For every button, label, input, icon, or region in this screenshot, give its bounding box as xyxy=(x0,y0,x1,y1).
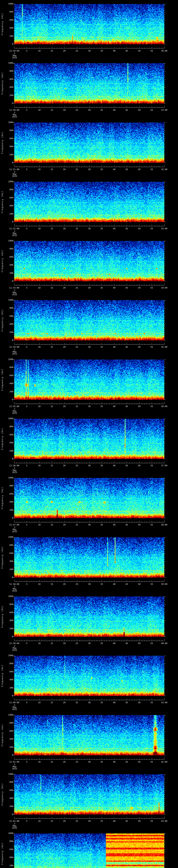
y-tick-label: 800 xyxy=(7,722,13,724)
y-tick-label: 200 xyxy=(7,805,13,808)
y-tick-label: 400 xyxy=(7,797,13,799)
spectrogram-panel: Frequency (Hz)0200400600800100012:35:005… xyxy=(0,355,178,415)
x-tick-label: 20 xyxy=(57,405,71,408)
y-tick-label: 800 xyxy=(7,840,13,842)
x-tick-label: 10 xyxy=(32,702,46,704)
y-tick-label: 800 xyxy=(7,485,13,487)
y-tick-label: 1000 xyxy=(7,181,13,183)
x-end-time-label: 38:00 xyxy=(157,524,171,526)
x-tick-label: 10 xyxy=(32,346,46,348)
x-tick-label: 40 xyxy=(107,820,121,823)
x-end-time-label: 43:00 xyxy=(157,820,171,823)
x-tick-label: 40 xyxy=(107,702,121,704)
y-tick-label: 600 xyxy=(7,256,13,258)
x-end-time-label: 34:00 xyxy=(157,287,171,289)
x-tick-label: 25 xyxy=(70,287,84,289)
y-axis-title: Frequency (Hz) xyxy=(1,182,4,222)
y-axis-title: Frequency (Hz) xyxy=(1,774,4,814)
x-tick-label: 5 xyxy=(20,405,34,408)
x-tick-label: 15 xyxy=(45,405,59,408)
x-tick-label: 35 xyxy=(95,642,109,645)
x-tick-label: 25 xyxy=(70,820,84,823)
y-tick-label: 600 xyxy=(7,789,13,792)
x-tick-label: 25 xyxy=(70,583,84,585)
x-tick-label: 20 xyxy=(57,109,71,111)
x-tick-label: 30 xyxy=(82,405,96,408)
x-tick-label: 55 xyxy=(145,583,159,585)
x-end-time-label: 36:00 xyxy=(157,405,171,408)
x-tick-label: 5 xyxy=(20,109,34,111)
x-tick-label: 25 xyxy=(70,465,84,467)
x-tick-label: 10 xyxy=(32,109,46,111)
x-start-time-label: 12:31:00 xyxy=(7,168,21,170)
y-tick-label: 1000 xyxy=(7,654,13,657)
x-tick-label: 35 xyxy=(95,287,109,289)
x-tick-label: 50 xyxy=(132,109,146,111)
x-tick-label: 20 xyxy=(57,227,71,230)
x-tick-label: 5 xyxy=(20,168,34,170)
y-tick-label: 400 xyxy=(7,856,13,859)
x-tick-label: 45 xyxy=(120,761,134,763)
x-tick-label: 35 xyxy=(95,109,109,111)
x-tick-label: 55 xyxy=(145,109,159,111)
x-tick-label: 5 xyxy=(20,346,34,348)
x-tick-label: 40 xyxy=(107,346,121,348)
y-tick-label: 800 xyxy=(7,662,13,665)
x-start-time-label: 12:39:00 xyxy=(7,642,21,645)
x-tick-label: 55 xyxy=(145,642,159,645)
y-tick-label: 400 xyxy=(7,264,13,266)
x-tick-label: 35 xyxy=(95,761,109,763)
spectrogram-panel: Frequency (Hz)0200400600800100012:32:005… xyxy=(0,178,178,237)
y-tick-label: 0 xyxy=(7,339,13,341)
y-tick-label: 200 xyxy=(7,94,13,96)
y-tick-label: 800 xyxy=(7,70,13,72)
y-tick-label: 600 xyxy=(7,612,13,614)
y-tick-label: 600 xyxy=(7,552,13,555)
y-tick-label: 1000 xyxy=(7,536,13,538)
x-tick-label: 40 xyxy=(107,524,121,526)
x-tick-label: 30 xyxy=(82,50,96,52)
y-tick-label: 0 xyxy=(7,221,13,223)
x-tick-label: 35 xyxy=(95,702,109,704)
y-tick-label: 800 xyxy=(7,366,13,369)
x-start-time-label: 12:29:00 xyxy=(7,50,21,52)
x-tick-label: 50 xyxy=(132,168,146,170)
x-tick-label: 30 xyxy=(82,524,96,526)
x-tick-label: 20 xyxy=(57,524,71,526)
x-tick-label: 40 xyxy=(107,50,121,52)
y-tick-label: 600 xyxy=(7,19,13,21)
x-tick-label: 25 xyxy=(70,227,84,230)
x-end-time-label: 40:00 xyxy=(157,642,171,645)
x-tick-label: 55 xyxy=(145,227,159,230)
x-tick-label: 50 xyxy=(132,524,146,526)
y-tick-label: 400 xyxy=(7,738,13,740)
spectrogram-panel: Frequency (Hz)0200400600800100012:41:005… xyxy=(0,711,178,770)
spectrogram-panel: Frequency (Hz)0200400600800100012:37:005… xyxy=(0,474,178,533)
y-tick-label: 800 xyxy=(7,307,13,309)
x-tick-label: 10 xyxy=(32,465,46,467)
x-tick-label: 55 xyxy=(145,405,159,408)
y-tick-label: 0 xyxy=(7,280,13,282)
x-tick-label: 15 xyxy=(45,820,59,823)
x-tick-label: 55 xyxy=(145,465,159,467)
x-tick-label: 15 xyxy=(45,465,59,467)
x-end-time-label: 30:00 xyxy=(157,50,171,52)
x-start-time-label: 12:41:00 xyxy=(7,761,21,763)
spectrogram-panel: Frequency (Hz)0200400600800100012:42:005… xyxy=(0,770,178,830)
y-tick-label: 400 xyxy=(7,501,13,503)
y-axis-title: Frequency (Hz) xyxy=(1,300,4,340)
x-tick-label: 50 xyxy=(132,405,146,408)
x-tick-label: 15 xyxy=(45,346,59,348)
y-tick-label: 200 xyxy=(7,35,13,37)
x-end-time-label: 39:00 xyxy=(157,583,171,585)
x-tick-label: 25 xyxy=(70,168,84,170)
x-tick-label: 50 xyxy=(132,583,146,585)
x-tick-label: 40 xyxy=(107,405,121,408)
x-start-time-label: 12:36:00 xyxy=(7,465,21,467)
x-start-time-label: 12:32:00 xyxy=(7,227,21,230)
y-tick-label: 1000 xyxy=(7,358,13,361)
spectrogram-panel: Frequency (Hz)0200400600800100012:36:005… xyxy=(0,415,178,474)
x-tick-label: 10 xyxy=(32,227,46,230)
x-end-time-label: 35:00 xyxy=(157,346,171,348)
y-axis-title: Frequency (Hz) xyxy=(1,419,4,459)
